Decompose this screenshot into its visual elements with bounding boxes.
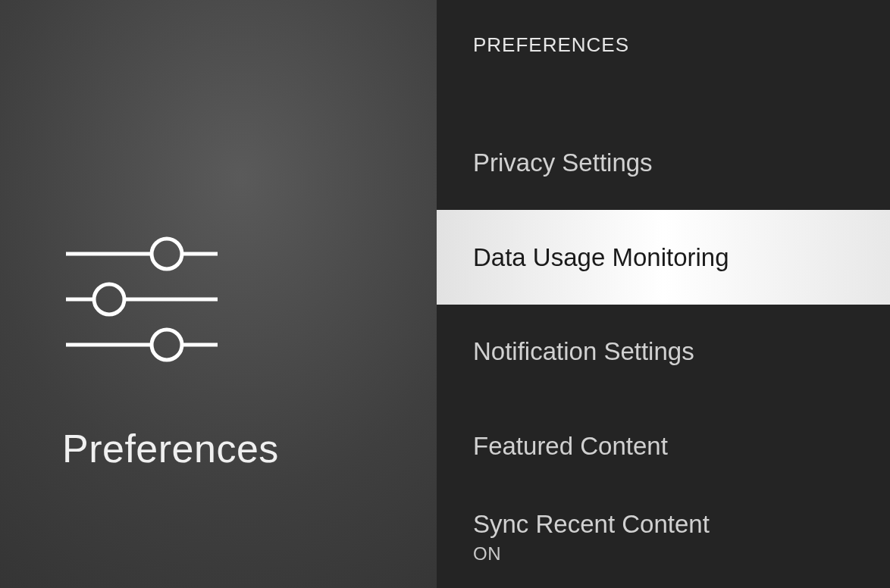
menu-item-value: ON	[473, 543, 890, 565]
menu-item-notification-settings[interactable]: Notification Settings	[437, 305, 890, 399]
menu-item-label: Data Usage Monitoring	[473, 243, 890, 272]
svg-point-4	[94, 284, 124, 314]
menu-item-label: Featured Content	[473, 432, 890, 461]
menu-item-featured-content[interactable]: Featured Content	[437, 399, 890, 493]
spacer	[437, 104, 890, 116]
svg-point-7	[152, 330, 182, 360]
menu-item-label: Privacy Settings	[473, 149, 890, 177]
menu-item-sync-recent-content[interactable]: Sync Recent Content ON	[437, 493, 890, 588]
menu-item-privacy-settings[interactable]: Privacy Settings	[437, 116, 890, 211]
sliders-icon	[62, 235, 221, 367]
preferences-menu: PREFERENCES Privacy Settings Data Usage …	[437, 0, 890, 588]
menu-header: PREFERENCES	[437, 0, 890, 104]
svg-point-1	[152, 239, 182, 269]
left-panel-title: Preferences	[62, 426, 279, 471]
menu-item-data-usage-monitoring[interactable]: Data Usage Monitoring	[437, 210, 890, 305]
menu-item-label: Notification Settings	[473, 337, 890, 366]
menu-item-label: Sync Recent Content	[473, 510, 890, 539]
left-info-panel: Preferences	[0, 0, 437, 588]
